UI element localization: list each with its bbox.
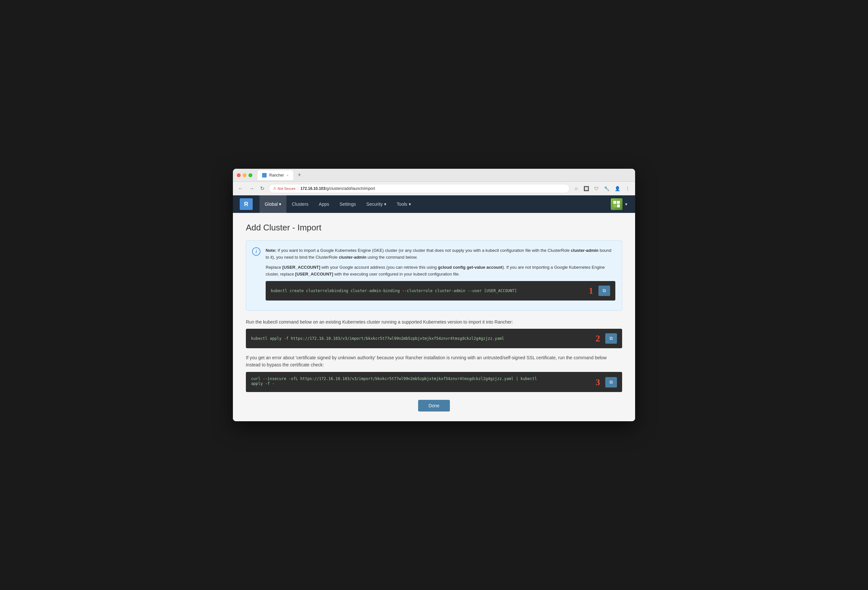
replace-bold2: gcloud config get-value account [438, 265, 502, 270]
rancher-logo: R [238, 198, 254, 211]
replace-bold3: [USER_ACCOUNT] [295, 272, 333, 277]
url-domain: 172.16.10.103/g/clusters/add/launch/impo… [300, 186, 375, 191]
refresh-button[interactable]: ↻ [259, 184, 266, 193]
replace-text2: with your Google account address (you ca… [320, 265, 438, 270]
top-nav: R Global ▾ Clusters Apps Settings Securi… [233, 195, 635, 213]
nav-apps-label: Apps [319, 201, 329, 207]
url-separator: | [297, 186, 298, 191]
svg-text:R: R [244, 201, 248, 207]
command-3-copy-button[interactable]: ⧉ [605, 377, 617, 387]
menu-button[interactable]: ⋮ [624, 185, 631, 192]
command-2-text: kubectl apply -f https://172.16.10.103/v… [251, 336, 586, 341]
command-1-text: kubectl create clusterrolebinding cluste… [271, 288, 580, 293]
command-3-line2: apply -f - [251, 382, 275, 386]
command-3-actions: 3 ⧉ [586, 377, 617, 387]
nav-global-chevron: ▾ [279, 201, 281, 207]
new-tab-button[interactable]: + [296, 172, 303, 179]
nav-tools-label: Tools [397, 201, 407, 207]
profile-button[interactable]: 👤 [613, 185, 621, 192]
nav-tools-chevron: ▾ [409, 201, 411, 207]
done-button[interactable]: Done [418, 400, 450, 411]
browser-window: Rancher × + ← → ↻ ⚠ Not Secure | 172.16.… [233, 169, 635, 421]
note-paragraph: Note: If you want to import a Google Kub… [266, 247, 615, 261]
nav-global-label: Global [265, 201, 278, 207]
title-bar: Rancher × + [233, 169, 635, 182]
nav-clusters-label: Clusters [292, 201, 308, 207]
extension2-button[interactable]: 🛡 [593, 185, 600, 192]
command-1-actions: 1 ⧉ [580, 285, 610, 296]
not-secure-label: Not Secure [278, 186, 295, 191]
replace-text4: with the executing user configured in yo… [333, 272, 460, 277]
nav-tools[interactable]: Tools ▾ [391, 195, 416, 213]
replace-text1: Replace [266, 265, 282, 270]
command-2-block: kubectl apply -f https://172.16.10.103/v… [246, 329, 622, 348]
tab-close-button[interactable]: × [286, 173, 288, 177]
address-bar: ← → ↻ ⚠ Not Secure | 172.16.10.103/g/clu… [233, 182, 635, 195]
info-icon: i [252, 247, 260, 256]
url-bar[interactable]: ⚠ Not Secure | 172.16.10.103/g/clusters/… [269, 184, 570, 193]
extension3-button[interactable]: 🔧 [603, 185, 611, 192]
nav-security-label: Security [366, 201, 383, 207]
svg-rect-2 [613, 201, 616, 204]
not-secure-indicator: ⚠ Not Secure [273, 186, 295, 191]
active-tab[interactable]: Rancher × [258, 170, 293, 180]
command-1-number: 1 [583, 285, 593, 296]
command-2-actions: 2 ⧉ [586, 333, 617, 344]
tab-area: Rancher × + [258, 170, 631, 180]
command-2-number: 2 [590, 333, 600, 344]
tab-label: Rancher [269, 173, 284, 177]
note-text1: If you want to import a Google Kubernete… [276, 248, 571, 253]
run-section-text: Run the kubectl command below on an exis… [246, 318, 622, 325]
rancher-favicon [262, 173, 267, 177]
bookmark-button[interactable]: ☆ [573, 185, 580, 192]
nav-settings[interactable]: Settings [334, 195, 361, 213]
close-button[interactable] [237, 173, 241, 177]
warning-icon: ⚠ [273, 186, 276, 191]
replace-paragraph: Replace [USER_ACCOUNT] with your Google … [266, 264, 615, 278]
svg-rect-3 [617, 201, 620, 204]
nav-security[interactable]: Security ▾ [361, 195, 391, 213]
note-label: Note: [266, 248, 276, 253]
nav-security-chevron: ▾ [384, 201, 386, 207]
note-bold2: cluster-admin [339, 255, 366, 260]
nav-global[interactable]: Global ▾ [260, 195, 286, 213]
main-content: Add Cluster - Import i Note: If you want… [233, 213, 635, 421]
command-1-copy-button[interactable]: ⧉ [598, 285, 610, 296]
minimize-button[interactable] [243, 173, 247, 177]
nav-settings-label: Settings [340, 201, 356, 207]
note-bold1: cluster-admin [571, 248, 598, 253]
svg-rect-4 [613, 204, 616, 207]
svg-rect-5 [617, 204, 620, 207]
nav-apps[interactable]: Apps [314, 195, 334, 213]
command-3-code: curl --insecure -sfL https://172.16.10.1… [251, 377, 586, 386]
user-menu-chevron[interactable]: ▾ [623, 201, 630, 207]
rancher-app: R Global ▾ Clusters Apps Settings Securi… [233, 195, 635, 421]
back-button[interactable]: ← [237, 184, 245, 193]
note-text3: using the command below. [366, 255, 418, 260]
command-1-block: kubectl create clusterrolebinding cluste… [266, 281, 615, 300]
traffic-lights [237, 173, 252, 177]
nav-clusters[interactable]: Clusters [286, 195, 313, 213]
command-2-copy-button[interactable]: ⧉ [605, 333, 617, 344]
extension1-button[interactable]: 🔲 [582, 185, 590, 192]
browser-actions: ☆ 🔲 🛡 🔧 👤 ⋮ [573, 185, 631, 192]
command-3-number: 3 [590, 377, 600, 387]
command-3-line1: curl --insecure -sfL https://172.16.10.1… [251, 377, 537, 381]
user-avatar[interactable] [611, 198, 623, 210]
info-box: i Note: If you want to import a Google K… [246, 241, 622, 310]
command-3-block: curl --insecure -sfL https://172.16.10.1… [246, 372, 622, 392]
error-section-text: If you get an error about 'certificate s… [246, 354, 622, 369]
forward-button[interactable]: → [248, 184, 255, 193]
page-title: Add Cluster - Import [246, 223, 622, 233]
maximize-button[interactable] [248, 173, 252, 177]
replace-bold1: [USER_ACCOUNT] [282, 265, 320, 270]
